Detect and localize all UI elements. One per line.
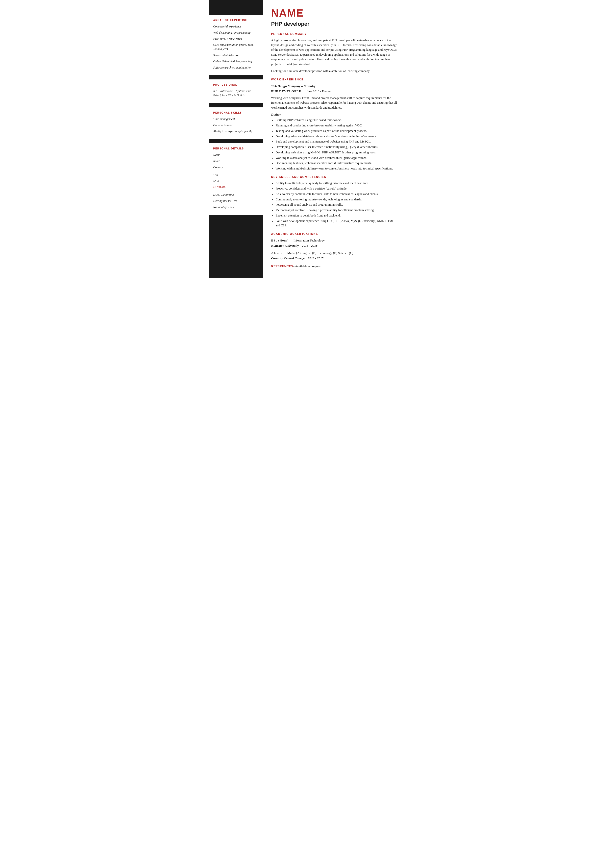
job-dates: June 2018 - Present — [306, 89, 331, 93]
references-label: REFERENCES — [271, 264, 293, 268]
duty-7: Developing web sites using MySQL, PHP, A… — [276, 150, 397, 155]
duty-2: Planning and conducting cross-browser us… — [276, 123, 397, 128]
qual-uni-row: Nuneaton University 2015 - 2018 — [271, 243, 397, 248]
duty-4: Developing advanced database driven webs… — [276, 134, 397, 139]
sidebar: AREAS OF EXPERTISE Commercial experience… — [209, 0, 263, 277]
area-item-7: Software graphics manipulation — [213, 65, 259, 70]
job-title: PHP DEVELOPER — [271, 89, 301, 93]
professional-item-1: ICT Professional - Systems and Principle… — [213, 89, 259, 98]
qual-degree-subject: Information Technology — [293, 239, 325, 242]
skill-4: Continuously monitoring industry trends,… — [276, 197, 397, 202]
pd-m: M: 0 — [213, 179, 259, 183]
pd-dob: DOB: 12/09/1995 — [213, 193, 259, 197]
qual-alevel-row: A levels: Maths (A) English (B) Technolo… — [271, 251, 397, 256]
qual-alevel-subjects: Maths (A) English (B) Technology (B) Sci… — [287, 251, 353, 255]
pd-t: T: 0 — [213, 173, 259, 177]
areas-of-expertise-section: AREAS OF EXPERTISE Commercial experience… — [209, 15, 263, 75]
skill-1: Ability to multi-task, react quickly to … — [276, 181, 397, 186]
professional-section: PROFESSIONAL ICT Professional - Systems … — [209, 79, 263, 103]
personal-skill-1: Time management — [213, 117, 259, 121]
references-text: – Available on request. — [293, 264, 322, 268]
duty-5: Back end development and maintenance of … — [276, 139, 397, 144]
pd-name: Name — [213, 153, 259, 157]
job-intro: Working with designers, Front End and pr… — [271, 96, 397, 110]
qual-college-dates: 2013 - 2015 — [308, 256, 324, 260]
area-item-1: Commercial experience — [213, 25, 259, 29]
area-item-6: Object Orientated Programming — [213, 59, 259, 64]
duty-3: Testing and validating work produced as … — [276, 129, 397, 133]
skills-list: Ability to multi-task, react quickly to … — [276, 181, 397, 228]
skill-8: Solid web development experience using O… — [276, 219, 397, 228]
duty-9: Documenting features, technical specific… — [276, 161, 397, 166]
personal-summary-p1: A highly resourceful, innovative, and co… — [271, 38, 397, 67]
area-item-4: CMS implementation (WordPress, Joomla, e… — [213, 43, 259, 51]
skill-7: Excellent attention to detail both front… — [276, 213, 397, 218]
area-item-5: Server administration — [213, 53, 259, 57]
duties-label: Duties: — [271, 112, 397, 117]
job-company: Web Design Company – Coventry — [271, 84, 397, 88]
pd-nationality: Nationality: USA — [213, 205, 259, 209]
area-item-3: PHP MVC Frameworks — [213, 37, 259, 41]
work-experience-heading: WORK EXPERIENCE — [271, 78, 397, 82]
duty-6: Developing compatible User Interface fun… — [276, 145, 397, 149]
duty-8: Working in a data analyst role and with … — [276, 156, 397, 160]
qual-degree-row: BSc (Hons) Information Technology — [271, 238, 397, 243]
pd-e: E: EMAIL — [213, 185, 259, 189]
qual-alevel-label: A levels: — [271, 251, 283, 255]
personal-skill-3: Ability to grasp concepts quickly — [213, 129, 259, 133]
personal-details-section: PERSONAL DETAILS Name Road Country T: 0 … — [209, 143, 263, 214]
professional-heading: PROFESSIONAL — [213, 83, 259, 87]
qual-uni: Nuneaton University — [271, 244, 299, 248]
skill-3: Able to clearly communicate technical da… — [276, 192, 397, 197]
personal-summary-heading: PERSONAL SUMMARY — [271, 32, 397, 36]
qual-uni-dates: 2015 - 2018 — [302, 244, 318, 248]
personal-details-heading: PERSONAL DETAILS — [213, 147, 259, 150]
duties-list: Building PHP websites using PHP based fr… — [276, 118, 397, 171]
cv-title: PHP developer — [271, 20, 397, 28]
duty-1: Building PHP websites using PHP based fr… — [276, 118, 397, 122]
skill-5: Possessing all-round analysis and progra… — [276, 202, 397, 207]
duty-10: Working with a multi-disciplinary team t… — [276, 166, 397, 171]
skill-2: Proactive, confident and with a positive… — [276, 186, 397, 191]
personal-skills-heading: PERSONAL SKILLS — [213, 111, 259, 115]
area-item-2: Web developing / programming — [213, 31, 259, 35]
main-content: NAME PHP developer PERSONAL SUMMARY A hi… — [263, 0, 405, 277]
sidebar-gap-2 — [209, 103, 263, 107]
qual-college-row: Coventry Central College 2013 - 2015 — [271, 256, 397, 261]
academic-heading: ACADEMIC QUALIFICATIONS — [271, 232, 397, 236]
sidebar-top-strip — [209, 0, 263, 15]
references-row: REFERENCES– Available on request. — [271, 264, 397, 269]
qual-college: Coventry Central College — [271, 256, 305, 260]
skill-6: Methodical yet creative & having a prove… — [276, 208, 397, 212]
key-skills-heading: KEY SKILLS AND COMPETENCIES — [271, 175, 397, 179]
qual-degree-label: BSc (Hons) — [271, 239, 289, 242]
areas-heading: AREAS OF EXPERTISE — [213, 18, 259, 22]
personal-summary-p2: Looking for a suitable developer positio… — [271, 69, 397, 73]
sidebar-gap-3 — [209, 139, 263, 143]
job-title-line: PHP DEVELOPER June 2018 - Present — [271, 89, 397, 94]
sidebar-bottom-strip — [209, 215, 263, 277]
personal-skill-2: Goals orientated — [213, 123, 259, 127]
personal-skills-section: PERSONAL SKILLS Time management Goals or… — [209, 107, 263, 139]
pd-road: Road — [213, 159, 259, 163]
cv-name: NAME — [271, 8, 397, 19]
pd-country: Country — [213, 165, 259, 169]
pd-driving: Driving license: Yes — [213, 199, 259, 203]
sidebar-gap-1 — [209, 75, 263, 79]
